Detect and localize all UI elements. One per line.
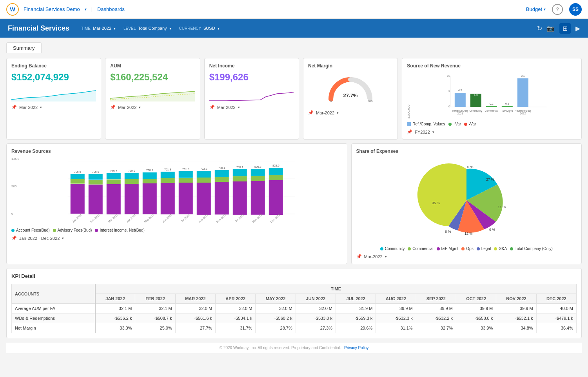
- source-revenue-arrow: ▾: [432, 130, 434, 134]
- svg-text:Sep 2022: Sep 2022: [216, 214, 227, 223]
- svg-text:719.7: 719.7: [110, 170, 117, 172]
- svg-text:0: 0: [448, 105, 450, 108]
- kpi-cell: 29.6%: [336, 323, 376, 333]
- kpi-cell: -$508.7 k: [135, 314, 175, 323]
- kpi-cell: -$532.1 k: [496, 314, 536, 323]
- ending-balance-footer[interactable]: 📌 Mar-2022 ▾: [11, 105, 96, 110]
- svg-text:Apr 2022: Apr 2022: [126, 214, 136, 223]
- kpi-cell: 31.7%: [216, 323, 256, 333]
- currency-filter[interactable]: CURRENCY $USD ▾: [179, 26, 220, 31]
- svg-rect-78: [233, 181, 247, 215]
- share-expenses-footer[interactable]: 📌 Mar-2022 ▾: [356, 254, 577, 259]
- help-button[interactable]: ?: [552, 4, 563, 15]
- net-margin-footer[interactable]: 📌 Mar-2022 ▾: [308, 110, 393, 115]
- table-row: Average AUM per FA32.1 M32.1 M32.0 M32.0…: [12, 304, 577, 314]
- tab-summary[interactable]: Summary: [6, 42, 42, 53]
- grid-icon[interactable]: ⊞: [559, 23, 571, 34]
- svg-rect-33: [71, 184, 85, 214]
- kpi-cell: -$534.1 k: [216, 314, 256, 323]
- legend-ref-color: [407, 122, 411, 126]
- camera-icon[interactable]: 📷: [547, 25, 555, 32]
- net-income-footer[interactable]: 📌 Mar-2022 ▾: [209, 105, 294, 110]
- svg-text:829.5: 829.5: [272, 164, 279, 167]
- net-income-arrow: ▾: [238, 105, 240, 109]
- svg-rect-48: [125, 184, 139, 214]
- kpi-cell: 31.1%: [376, 323, 416, 333]
- ending-balance-arrow: ▾: [40, 105, 42, 109]
- kpi-col-header: OCT 2022: [456, 294, 496, 304]
- legend-interest: Interest Income, Net(Bud): [95, 228, 145, 232]
- svg-rect-63: [179, 183, 193, 214]
- source-revenue-svg: 10 5 0 4.5 4.3 0.2 0.2: [411, 72, 577, 119]
- legend-community: Community: [380, 246, 405, 251]
- kpi-cell: 32.1 M: [135, 304, 175, 314]
- net-income-period: Mar-2022: [217, 105, 236, 110]
- tab-bar: Summary: [6, 42, 582, 53]
- kpi-col-header: AUG 2022: [376, 294, 416, 304]
- source-revenue-footer[interactable]: 📌 FY2022 ▾: [407, 129, 577, 134]
- legend-advisory-color: [53, 229, 56, 232]
- table-row: Net Margin33.0%25.0%27.7%31.7%28.7%27.3%…: [12, 323, 577, 333]
- budget-button[interactable]: Budget ▾: [526, 6, 546, 12]
- svg-text:4.5: 4.5: [458, 89, 462, 92]
- user-avatar[interactable]: SS: [569, 3, 582, 16]
- svg-text:Mar 2022: Mar 2022: [108, 214, 118, 223]
- ending-balance-period: Mar-2022: [19, 105, 38, 110]
- svg-text:Jun 2022: Jun 2022: [162, 214, 172, 223]
- source-revenue-title: Source of New Revenue: [407, 63, 577, 69]
- currency-arrow: ▾: [218, 26, 220, 31]
- svg-text:0 %: 0 %: [467, 165, 474, 169]
- svg-rect-31: [71, 174, 85, 180]
- time-filter[interactable]: TIME Mar-2022 ▾: [81, 26, 116, 31]
- svg-text:Oct 2022: Oct 2022: [234, 214, 244, 223]
- time-label: TIME: [81, 26, 91, 31]
- app-name[interactable]: Financial Services Demo: [24, 6, 80, 12]
- source-revenue-legend: Ref./Comp. Values +Var -Var: [407, 122, 577, 126]
- kpi-cell: 36.4%: [536, 323, 576, 333]
- table-row: WDs & Redemptions-$536.2 k-$508.7 k-$561…: [12, 314, 577, 323]
- svg-text:0.2: 0.2: [505, 102, 509, 105]
- revenue-sources-arrow: ▾: [62, 236, 64, 240]
- time-value: Mar-2022: [93, 26, 111, 31]
- svg-text:706.5: 706.5: [74, 170, 81, 173]
- video-icon[interactable]: ▶: [575, 25, 580, 32]
- kpi-accounts-header: ACCOUNTS: [12, 284, 95, 304]
- net-margin-card: Net Margin 27.7% 0 100 📌 Mar-2022 ▾: [303, 58, 398, 140]
- revenue-sources-footer[interactable]: 📌 Jan-2022 - Dec-2022 ▾: [11, 236, 342, 241]
- app-name-arrow[interactable]: ▾: [85, 7, 87, 11]
- svg-text:Community: Community: [470, 109, 483, 112]
- dashboard-header: Financial Services TIME Mar-2022 ▾ LEVEL…: [0, 19, 588, 38]
- kpi-cell: 32.0 M: [216, 304, 256, 314]
- svg-rect-47: [125, 179, 139, 184]
- svg-text:4.3: 4.3: [474, 94, 478, 96]
- dashboard-title: Financial Services: [8, 24, 69, 33]
- svg-text:Feb 2022: Feb 2022: [90, 214, 100, 223]
- aum-title: AUM: [110, 63, 195, 69]
- kpi-time-header: TIME: [95, 284, 577, 294]
- kpi-account-name: Average AUM per FA: [12, 304, 95, 314]
- kpi-cell: 39.9 M: [416, 304, 456, 314]
- share-expenses-period: Mar-2022: [364, 254, 383, 259]
- svg-rect-57: [161, 178, 175, 183]
- legend-posvar: +Var: [448, 122, 461, 126]
- svg-rect-58: [161, 183, 175, 214]
- aum-value: $160,225,524: [110, 72, 195, 83]
- legend-commercial: Commercial: [408, 246, 433, 251]
- dashboards-link[interactable]: Dashboards: [97, 6, 125, 12]
- share-expenses-arrow: ▾: [385, 255, 387, 259]
- legend-ga: G&A: [494, 246, 507, 251]
- level-filter[interactable]: LEVEL Total Company ▾: [123, 26, 171, 31]
- privacy-policy-link[interactable]: Privacy Policy: [344, 346, 368, 350]
- kpi-cell: 39.9 M: [456, 304, 496, 314]
- kpi-cell: -$532.3 k: [376, 314, 416, 323]
- svg-rect-53: [143, 183, 157, 214]
- svg-rect-67: [197, 178, 211, 183]
- level-label: LEVEL: [123, 26, 136, 31]
- kpi-col-header: FEB 2022: [135, 294, 175, 304]
- aum-footer[interactable]: 📌 Mar-2022 ▾: [110, 105, 195, 110]
- refresh-icon[interactable]: ↻: [537, 25, 542, 32]
- kpi-cell: -$559.3 k: [336, 314, 376, 323]
- net-income-pin: 📌: [209, 105, 215, 110]
- svg-text:2022: 2022: [520, 112, 526, 115]
- svg-rect-52: [143, 179, 157, 183]
